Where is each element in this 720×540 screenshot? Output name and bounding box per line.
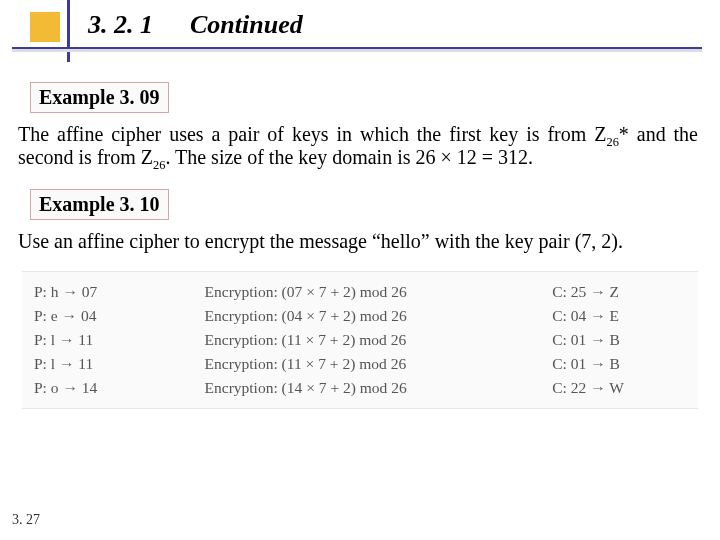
header-horizontal-rule — [12, 47, 702, 49]
header-vertical-rule — [67, 0, 70, 62]
encryption-cell: Encryption: (14 × 7 + 2) mod 26 — [203, 376, 551, 400]
ciphertext-cell: C: 04 → E — [550, 304, 688, 328]
page-number: 3. 27 — [12, 512, 40, 528]
example-1-text: The affine cipher uses a pair of keys in… — [18, 123, 698, 169]
example-label-1: Example 3. 09 — [30, 82, 169, 113]
table-row: P: e → 04Encryption: (04 × 7 + 2) mod 26… — [32, 304, 688, 328]
ciphertext-cell: C: 22 → W — [550, 376, 688, 400]
ciphertext-cell: C: 01 → B — [550, 352, 688, 376]
section-title: Continued — [190, 10, 303, 40]
header-rule-shadow — [12, 49, 702, 52]
text-fragment: . The size of the key domain is 26 × 12 … — [165, 146, 533, 168]
subscript: 26 — [153, 158, 165, 172]
encryption-cell: Encryption: (04 × 7 + 2) mod 26 — [203, 304, 551, 328]
plaintext-cell: P: l → 11 — [32, 328, 203, 352]
encryption-cell: Encryption: (07 × 7 + 2) mod 26 — [203, 280, 551, 304]
section-number: 3. 2. 1 — [88, 10, 153, 40]
ciphertext-cell: C: 01 → B — [550, 328, 688, 352]
plaintext-cell: P: o → 14 — [32, 376, 203, 400]
table-row: P: l → 11Encryption: (11 × 7 + 2) mod 26… — [32, 328, 688, 352]
text-fragment: The affine cipher uses a pair of keys in… — [18, 123, 606, 145]
ciphertext-cell: C: 25 → Z — [550, 280, 688, 304]
table-row: P: l → 11Encryption: (11 × 7 + 2) mod 26… — [32, 352, 688, 376]
plaintext-cell: P: h → 07 — [32, 280, 203, 304]
encryption-trace-table: P: h → 07Encryption: (07 × 7 + 2) mod 26… — [22, 271, 698, 409]
encryption-cell: Encryption: (11 × 7 + 2) mod 26 — [203, 328, 551, 352]
slide-header: 3. 2. 1 Continued — [0, 0, 720, 62]
plaintext-cell: P: e → 04 — [32, 304, 203, 328]
example-2-text: Use an affine cipher to encrypt the mess… — [18, 230, 698, 253]
encryption-cell: Encryption: (11 × 7 + 2) mod 26 — [203, 352, 551, 376]
header-accent-square — [30, 12, 60, 42]
plaintext-cell: P: l → 11 — [32, 352, 203, 376]
table-row: P: o → 14Encryption: (14 × 7 + 2) mod 26… — [32, 376, 688, 400]
example-label-2: Example 3. 10 — [30, 189, 169, 220]
trace-table: P: h → 07Encryption: (07 × 7 + 2) mod 26… — [32, 280, 688, 400]
table-row: P: h → 07Encryption: (07 × 7 + 2) mod 26… — [32, 280, 688, 304]
subscript: 26 — [606, 135, 618, 149]
